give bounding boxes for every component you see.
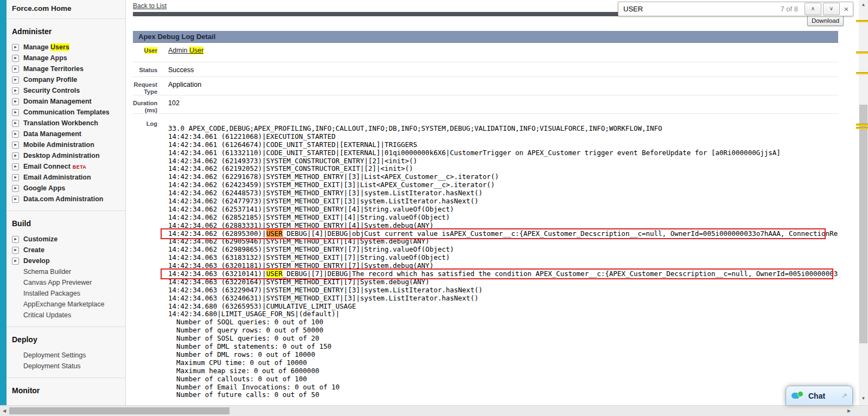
sidebar-item[interactable]: ▸Customize xyxy=(12,235,125,243)
expand-icon[interactable]: ▸ xyxy=(12,174,19,181)
log-line: Number of SOSL queries: 0 out of 20 xyxy=(168,335,838,343)
sidebar-item[interactable]: ▸Translation Workbench xyxy=(12,119,125,127)
vertical-scrollbar-thumb[interactable] xyxy=(859,105,867,343)
sidebar-home-title[interactable]: Force.com Home xyxy=(7,0,125,19)
sidebar-item[interactable]: ▸Mobile Administration xyxy=(12,141,125,149)
log-line: 14:42:34.063 (63229047)|SYSTEM_METHOD_EN… xyxy=(168,286,838,295)
sidebar-item-label: Customize xyxy=(23,235,58,243)
text: Critical Updates xyxy=(23,311,71,319)
text: Company Profile xyxy=(23,76,77,84)
chat-widget[interactable]: Chat ↗ xyxy=(786,386,853,405)
sidebar-item[interactable]: Critical Updates xyxy=(23,311,125,319)
left-accent-rail xyxy=(0,0,7,405)
scroll-left-icon[interactable]: ◀ xyxy=(3,406,6,416)
sidebar-item[interactable]: ▸Data.com Administration xyxy=(12,195,125,203)
section-title: Administer xyxy=(12,27,125,36)
detail-rows: UserAdmin UserStatusSuccessRequest TypeA… xyxy=(133,43,838,114)
text: Duration (ms) xyxy=(133,100,157,113)
sidebar-item-label: Deployment Settings xyxy=(23,351,86,359)
text: Data Management xyxy=(23,130,81,138)
sidebar-item-label: Data.com Administration xyxy=(23,195,103,203)
sidebar-item[interactable]: ▸Google Apps xyxy=(12,184,125,192)
user-link[interactable]: Admin User xyxy=(168,47,203,54)
expand-icon[interactable]: ▸ xyxy=(12,44,19,51)
sidebar-item[interactable]: ▸Create xyxy=(12,246,125,254)
sidebar-item[interactable]: ▸Email Administration xyxy=(12,174,125,181)
expand-icon[interactable]: ▸ xyxy=(12,98,19,105)
sidebar-item[interactable]: Installed Packages xyxy=(23,290,125,297)
sidebar-item[interactable]: Deployment Status xyxy=(23,362,125,370)
expand-icon[interactable]: ▸ xyxy=(12,109,19,116)
expand-icon[interactable]: ▸ xyxy=(12,247,19,254)
sidebar-item-label: Manage Territories xyxy=(23,65,84,73)
expand-icon[interactable]: ▸ xyxy=(12,163,19,170)
field-value: Success xyxy=(168,62,194,76)
text: Translation Workbench xyxy=(23,119,98,127)
sidebar-item[interactable]: ▸Domain Management xyxy=(12,98,125,105)
sidebar-item[interactable]: ▸Develop xyxy=(12,257,125,265)
log-line: Number of SOQL queries: 0 out of 100 xyxy=(168,318,838,327)
log-line: 14:42:34.063 (63201181)|SYSTEM_METHOD_EN… xyxy=(168,262,838,270)
detail-row: Request TypeApplication xyxy=(133,77,838,95)
expand-icon[interactable]: ▸ xyxy=(12,185,19,192)
find-previous-button[interactable]: ∧ xyxy=(805,3,821,15)
sidebar-item[interactable]: ▸Security Controls xyxy=(12,87,125,94)
download-button[interactable]: Download xyxy=(807,16,844,26)
text: Admin xyxy=(168,47,189,54)
log-line: 14:42:34.062 (62905946)|SYSTEM_METHOD_EX… xyxy=(168,238,838,246)
text: Security Controls xyxy=(23,87,80,94)
log-line: Number of DML statements: 0 out of 150 xyxy=(168,343,838,351)
highlight-hl: User xyxy=(189,47,203,54)
text: Success xyxy=(168,66,194,74)
sidebar-item[interactable]: ▸Manage Users xyxy=(12,43,125,51)
expand-icon[interactable]: ▸ xyxy=(12,258,19,265)
highlight-hl: USER xyxy=(266,270,283,278)
sidebar-item[interactable]: ▸Communication Templates xyxy=(12,108,125,116)
scroll-right-icon[interactable]: ▶ xyxy=(847,406,851,416)
sidebar-item-label: Google Apps xyxy=(23,184,65,192)
find-next-button[interactable]: ∨ xyxy=(823,3,840,15)
log-line: 14:42:34.062 (62477973)|SYSTEM_METHOD_EX… xyxy=(168,197,838,206)
expand-icon[interactable]: ▸ xyxy=(12,236,19,243)
expand-icon[interactable]: ▸ xyxy=(12,55,19,62)
sidebar-item[interactable]: Deployment Settings xyxy=(23,351,125,359)
horizontal-scrollbar[interactable]: ◀ ▶ xyxy=(0,405,868,416)
sidebar-item[interactable]: AppExchange Marketplace xyxy=(23,300,125,308)
sidebar-item[interactable]: ▸Manage Territories xyxy=(12,65,125,73)
sidebar-item[interactable]: ▸Email ConnectBETA xyxy=(12,163,125,170)
sidebar-item-label: AppExchange Marketplace xyxy=(23,300,104,308)
scroll-down-icon[interactable]: ▼ xyxy=(859,394,868,403)
expand-icon[interactable]: ▸ xyxy=(12,66,19,73)
sidebar-item[interactable]: ▸Data Management xyxy=(12,130,125,138)
find-close-icon[interactable]: × xyxy=(840,4,853,14)
section-title: Monitor xyxy=(12,386,125,395)
text: 14:42:34.062 (62895300)| xyxy=(168,229,266,238)
sidebar-item-label: Schema Builder xyxy=(23,268,71,276)
expand-icon[interactable]: ▸ xyxy=(12,131,19,138)
log-line: 14:42:34.062 (62895300)|USER_DEBUG|[4]|D… xyxy=(168,230,838,238)
sidebar-item-label: Deployment Status xyxy=(23,362,81,370)
sidebar-item-label: Create xyxy=(23,246,44,254)
expand-icon[interactable]: ▸ xyxy=(12,196,19,203)
expand-icon[interactable]: ▸ xyxy=(12,87,19,94)
horizontal-scrollbar-thumb[interactable] xyxy=(9,407,229,414)
scroll-up-icon[interactable]: ▲ xyxy=(859,1,868,9)
sidebar-item[interactable]: Schema Builder xyxy=(23,268,125,276)
log-line: 14:42:34.062 (62852185)|SYSTEM_METHOD_EX… xyxy=(168,214,838,222)
back-to-list-link[interactable]: Back to List xyxy=(133,2,167,10)
expand-icon[interactable]: ▸ xyxy=(12,142,19,149)
sidebar-item[interactable]: Canvas App Previewer xyxy=(23,279,125,286)
text: Request Type xyxy=(134,81,157,95)
expand-icon[interactable]: ▸ xyxy=(12,76,19,84)
sidebar-item[interactable]: ▸Company Profile xyxy=(12,76,125,84)
find-input[interactable]: USER xyxy=(618,5,780,13)
log-line: 14:42:34.063 (63220164)|SYSTEM_METHOD_EX… xyxy=(168,278,838,286)
sidebar-item[interactable]: ▸Desktop Administration xyxy=(12,152,125,159)
text: 14:42:34.063 (63210141)| xyxy=(168,270,266,278)
text: Manage Apps xyxy=(23,54,67,62)
vertical-scrollbar[interactable]: ▲ ▼ xyxy=(859,0,868,405)
sidebar-sections: Administer▸Manage Users▸Manage Apps▸Mana… xyxy=(7,19,125,405)
expand-icon[interactable]: ▸ xyxy=(12,120,19,127)
sidebar-item[interactable]: ▸Manage Apps xyxy=(12,54,125,62)
expand-icon[interactable]: ▸ xyxy=(12,152,19,159)
